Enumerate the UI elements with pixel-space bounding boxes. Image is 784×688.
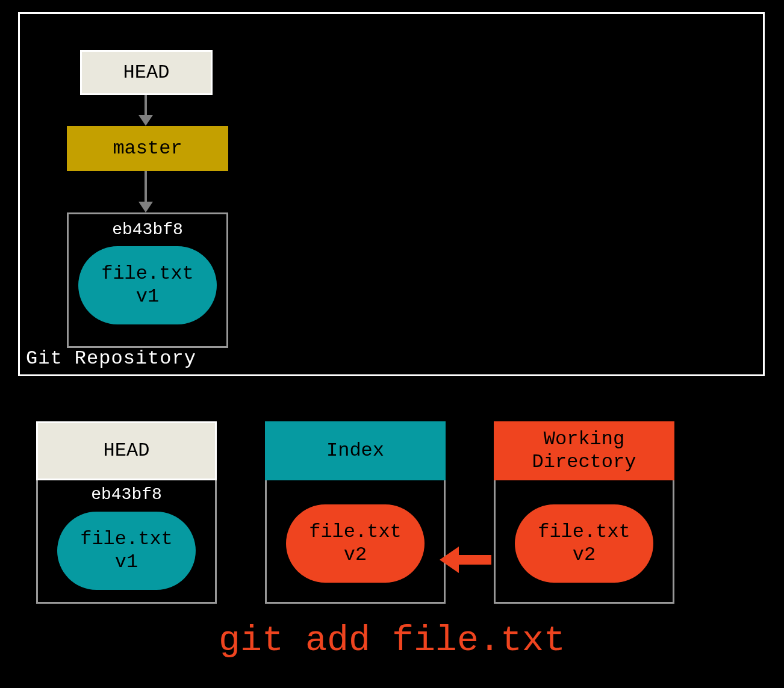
branch-label: master [113,137,182,160]
col-wd-file-name: file.txt [538,521,630,544]
col-index: Index file.txt v2 [265,421,446,604]
col-head-header: HEAD [36,421,217,480]
arrow-wd-to-index-head [440,547,459,573]
head-ref-label: HEAD [123,61,170,84]
col-head: HEAD eb43bf8 file.txt v1 [36,421,217,604]
arrow-master-to-commit [145,171,147,204]
col-index-header: Index [265,421,446,480]
col-head-file-name: file.txt [80,528,173,551]
commit-file-version: v1 [136,285,159,308]
commit-hash: eb43bf8 [69,220,226,239]
col-wd-file-blob: file.txt v2 [515,504,653,583]
col-wd-body: file.txt v2 [494,480,674,604]
branch-box-master: master [67,126,228,171]
col-index-file-blob: file.txt v2 [286,504,425,583]
col-wd-file-version: v2 [573,544,596,566]
col-head-title: HEAD [104,439,150,462]
arrowhead-master-to-commit [138,202,153,212]
col-index-title: Index [326,439,384,462]
col-working-directory: Working Directory file.txt v2 [494,421,674,604]
col-head-file-blob: file.txt v1 [57,512,196,590]
col-wd-title: Working Directory [494,428,674,474]
commit-file-name: file.txt [101,262,194,285]
col-head-hash: eb43bf8 [38,480,215,504]
col-wd-header: Working Directory [494,421,674,480]
git-repository-container: Git Repository HEAD master eb43bf8 file.… [18,12,765,376]
commit-file-blob: file.txt v1 [78,246,217,324]
col-index-file-name: file.txt [309,521,402,544]
arrow-wd-to-index-shaft [455,555,491,565]
head-ref-box: HEAD [80,50,213,95]
arrowhead-head-to-master [138,115,153,126]
arrow-head-to-master [145,95,147,116]
git-command: git add file.txt [0,620,784,661]
col-head-body: eb43bf8 file.txt v1 [36,480,217,604]
commit-box: eb43bf8 file.txt v1 [67,212,228,348]
col-index-file-version: v2 [344,544,367,566]
col-index-body: file.txt v2 [265,480,446,604]
col-head-file-version: v1 [115,551,138,574]
repo-label: Git Repository [26,347,196,370]
